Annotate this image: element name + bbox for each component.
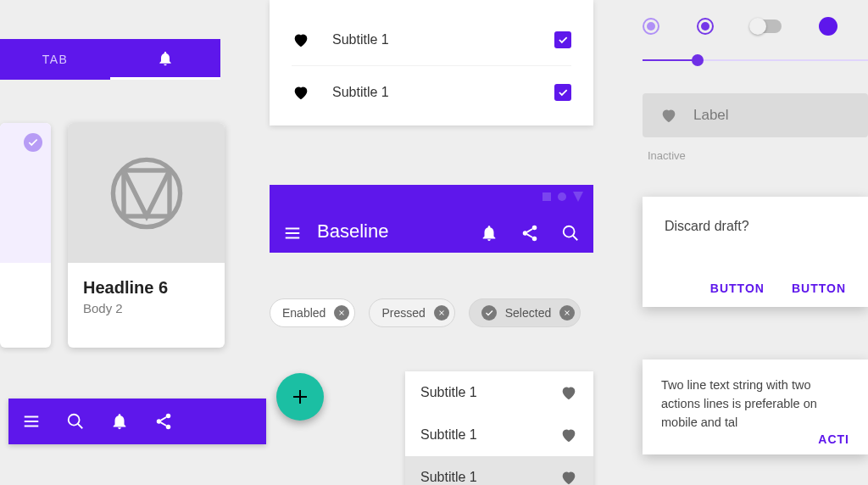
radio-button[interactable] xyxy=(643,18,659,35)
dialog: Discard draft? BUTTON BUTTON xyxy=(643,197,868,307)
svg-point-8 xyxy=(532,237,537,242)
dialog-title: Discard draft? xyxy=(665,219,846,234)
circle-icon xyxy=(558,192,566,201)
share-icon[interactable] xyxy=(154,412,173,431)
chip-pressed[interactable]: Pressed xyxy=(369,298,454,327)
chip-enabled[interactable]: Enabled xyxy=(270,298,355,327)
check-badge-icon xyxy=(24,133,42,152)
checkbox-checked[interactable] xyxy=(554,84,571,101)
heart-icon[interactable] xyxy=(559,383,578,402)
search-icon[interactable] xyxy=(66,412,85,431)
tab-bell[interactable] xyxy=(110,39,220,80)
list-item-label: Subtitle 1 xyxy=(332,85,532,100)
bell-icon[interactable] xyxy=(110,412,129,431)
bottom-app-bar xyxy=(8,399,266,444)
checkbox-list: Subtitle 1 Subtitle 1 xyxy=(270,0,593,125)
list-item-label: Subtitle 1 xyxy=(420,427,559,443)
label-chip[interactable]: Label xyxy=(643,93,868,137)
bell-icon[interactable] xyxy=(480,224,498,242)
card-media xyxy=(68,123,225,263)
media-card[interactable]: Headline 6 Body 2 xyxy=(68,123,225,348)
app-title: Baseline xyxy=(317,220,465,242)
heart-list: Subtitle 1 Subtitle 1 Subtitle 1 xyxy=(405,371,593,485)
list-item-label: Subtitle 1 xyxy=(420,470,559,485)
triangle-icon xyxy=(573,192,583,202)
bell-icon xyxy=(157,50,174,67)
heart-icon[interactable] xyxy=(559,426,578,444)
close-icon[interactable] xyxy=(434,305,449,321)
list-item-label: Subtitle 1 xyxy=(332,32,532,47)
slider-track-fill xyxy=(643,59,698,61)
window-decorations xyxy=(542,192,583,202)
slider-thumb[interactable] xyxy=(692,54,704,66)
list-item[interactable]: Subtitle 1 xyxy=(405,414,593,456)
svg-point-9 xyxy=(564,226,575,237)
switch-on-thumb[interactable] xyxy=(819,17,837,36)
slider[interactable] xyxy=(643,59,868,61)
heart-icon xyxy=(659,106,678,125)
svg-point-7 xyxy=(523,231,528,236)
square-icon xyxy=(542,192,551,201)
top-app-bar: Baseline xyxy=(270,185,593,253)
menu-icon[interactable] xyxy=(283,224,302,242)
card-headline: Headline 6 xyxy=(83,278,209,298)
list-item[interactable]: Subtitle 1 xyxy=(405,371,593,414)
dialog-button[interactable]: BUTTON xyxy=(710,282,765,295)
dialog-button[interactable]: BUTTON xyxy=(792,282,846,295)
plus-icon xyxy=(290,387,310,407)
chip-row: Enabled Pressed Selected xyxy=(270,298,581,327)
tab-bar: TAB xyxy=(0,39,220,80)
list-item[interactable]: Subtitle 1 xyxy=(292,66,571,119)
heart-icon xyxy=(292,83,310,102)
radio-button[interactable] xyxy=(697,18,714,35)
check-icon xyxy=(481,305,497,321)
svg-point-3 xyxy=(166,414,171,419)
card-partial[interactable] xyxy=(0,123,51,348)
chip-label: Pressed xyxy=(381,306,425,320)
snackbar-text: Two line text string with two actions li… xyxy=(661,376,849,432)
snackbar-action[interactable]: ACTI xyxy=(818,432,849,446)
chip-label: Label xyxy=(693,107,729,124)
heart-icon xyxy=(292,31,310,49)
chip-label: Selected xyxy=(505,306,551,320)
snackbar: Two line text string with two actions li… xyxy=(643,360,868,454)
chip-selected[interactable]: Selected xyxy=(469,298,581,327)
tab-text[interactable]: TAB xyxy=(0,39,110,80)
list-item[interactable]: Subtitle 1 xyxy=(405,456,593,485)
list-item[interactable]: Subtitle 1 xyxy=(292,14,571,66)
heart-icon[interactable] xyxy=(559,468,578,485)
helper-text: Inactive xyxy=(648,149,686,162)
chip-label: Enabled xyxy=(282,306,326,320)
svg-rect-1 xyxy=(124,170,170,216)
material-logo-icon xyxy=(108,155,185,231)
close-icon[interactable] xyxy=(334,305,349,321)
close-icon[interactable] xyxy=(559,305,575,321)
share-icon[interactable] xyxy=(520,224,539,242)
menu-icon[interactable] xyxy=(22,412,41,431)
svg-point-6 xyxy=(532,226,537,231)
svg-point-2 xyxy=(69,415,80,426)
selection-controls xyxy=(643,17,837,36)
list-item-label: Subtitle 1 xyxy=(420,385,559,400)
svg-point-4 xyxy=(157,419,162,424)
card-body: Body 2 xyxy=(83,301,209,315)
checkbox-checked[interactable] xyxy=(554,31,571,48)
svg-point-5 xyxy=(166,425,171,430)
switch-off[interactable] xyxy=(751,20,782,33)
fab-add[interactable] xyxy=(276,373,324,421)
search-icon[interactable] xyxy=(561,224,580,242)
